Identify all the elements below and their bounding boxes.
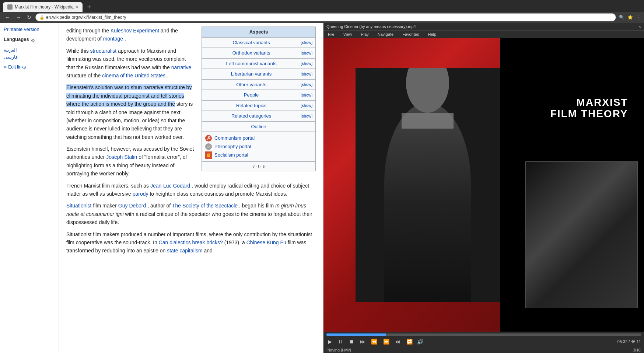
para1-end: . <box>125 36 126 42</box>
menu-view[interactable]: View <box>342 31 354 37</box>
video-player-header: Queering Cinema (by any means necessary)… <box>323 23 644 31</box>
communism-portal-item: ☭ Communism portal <box>205 134 312 142</box>
address-bar[interactable]: 🔒 en.wikipedia.org/wiki/Marxist_film_the… <box>35 13 616 21</box>
back-button[interactable]: ← <box>3 14 12 21</box>
libertarian-variants-link[interactable]: Libertarian variants <box>205 70 298 78</box>
play-button[interactable]: ▶ <box>326 338 333 345</box>
video-close-btn[interactable]: × <box>639 24 641 29</box>
video-status-bar: Playing [H/W] 3HC <box>323 347 644 353</box>
nav-row-related-topics: Related topics [show] <box>202 100 315 111</box>
new-tab-button[interactable]: + <box>84 3 94 11</box>
godard-link[interactable]: Jean-Luc Godard <box>150 183 190 189</box>
socialism-portal-link[interactable]: Socialism portal <box>214 151 248 159</box>
cinema-link[interactable]: cinema of the United States <box>102 73 165 78</box>
situationist-link[interactable]: Situationist <box>66 203 91 209</box>
video-player-panel: Queering Cinema (by any means necessary)… <box>323 23 644 353</box>
debord-link[interactable]: Guy Debord <box>118 203 146 209</box>
structuralist-link[interactable]: structuralist <box>90 48 117 54</box>
highlighted-text: Eisenstein's solution was to shun narrat… <box>66 84 192 107</box>
menu-icon[interactable]: ⋮ <box>635 14 641 21</box>
tab-bar: Marxist film theory - Wikipedia × + <box>0 0 644 12</box>
classical-show-btn[interactable]: [show] <box>301 39 312 46</box>
menu-file[interactable]: File <box>326 31 336 37</box>
fast-forward-button[interactable]: ⏩ <box>382 338 391 345</box>
nav-row-orthodox: Orthodox variants [show] <box>202 48 315 58</box>
kuleshov-link[interactable]: Kuleshov Experiment <box>111 28 159 34</box>
related-topics-link[interactable]: Related topics <box>205 102 298 109</box>
parody-link[interactable]: parody <box>133 191 148 197</box>
menu-help[interactable]: Help <box>426 31 438 37</box>
outline-row: Outline <box>202 121 315 132</box>
portals-section: ☭ Communism portal ⚖ Philosophy portal <box>202 132 315 161</box>
orthodox-show-btn[interactable]: [show] <box>301 50 312 56</box>
orthodox-variants-link[interactable]: Orthodox variants <box>205 49 298 57</box>
gear-icon[interactable]: ⚙ <box>31 38 35 43</box>
svg-text:⚖: ⚖ <box>207 145 210 149</box>
menu-favorites[interactable]: Favorites <box>401 31 420 37</box>
volume-icon[interactable]: 🔊 <box>417 339 423 345</box>
related-categories-link[interactable]: Related categories <box>205 112 298 120</box>
nav-row-other-variants: Other variants [show] <box>202 79 315 90</box>
classical-variants-link[interactable]: Classical variants <box>205 39 298 46</box>
playing-status: Playing [H/W] <box>326 348 351 352</box>
philosophy-portal-item: ⚖ Philosophy portal <box>205 143 312 150</box>
left-communist-show-btn[interactable]: [show] <box>301 60 312 67</box>
other-variants-link[interactable]: Other variants <box>205 81 298 88</box>
other-variants-show-btn[interactable]: [show] <box>301 81 312 88</box>
edit-links-link[interactable]: ✏ Edit links <box>4 64 26 70</box>
people-link[interactable]: People <box>205 91 298 99</box>
wikipedia-panel: Printable version Languages ⚙ العربية فا… <box>0 23 323 353</box>
spectacle-link[interactable]: The Society of the Spectacle <box>172 203 238 209</box>
libertarian-show-btn[interactable]: [show] <box>301 71 312 77</box>
stop-button[interactable]: ⏹ <box>347 338 356 345</box>
article-para-7: Situationist film makers produced a numb… <box>66 230 316 255</box>
related-categories-show-btn[interactable]: [show] <box>301 113 312 119</box>
main-layout: Printable version Languages ⚙ العربية فا… <box>0 23 644 353</box>
montage-link[interactable]: montage <box>103 36 123 42</box>
nav-table-title: Aspects <box>202 27 315 37</box>
close-tab-button[interactable]: × <box>76 5 78 9</box>
progress-fill <box>326 333 386 336</box>
video-minimize-btn[interactable]: — <box>630 24 634 29</box>
refresh-button[interactable]: ↻ <box>25 14 33 21</box>
nav-row-related-categories: Related categories [show] <box>202 111 315 121</box>
languages-label: Languages <box>4 36 29 42</box>
outline-link[interactable]: Outline <box>251 124 266 129</box>
dialectics-link[interactable]: Can dialectics break bricks? <box>159 240 223 245</box>
active-tab[interactable]: Marxist film theory - Wikipedia × <box>3 2 83 12</box>
next-frame-button[interactable]: ⏭ <box>394 338 402 345</box>
philosophy-portal-link[interactable]: Philosophy portal <box>214 143 251 150</box>
video-screen: MARXIST FILM THEORY <box>323 38 644 332</box>
menu-navigate[interactable]: Navigate <box>376 31 395 37</box>
bookmark-icon[interactable]: ⭐ <box>627 14 634 21</box>
related-topics-show-btn[interactable]: [show] <box>301 102 312 109</box>
philosophy-icon: ⚖ <box>205 143 212 150</box>
search-icon[interactable]: 🔍 <box>618 14 625 21</box>
kungfu-link[interactable]: Chinese Kung Fu <box>246 240 286 245</box>
stalin-link[interactable]: Joseph Stalin <box>106 154 137 160</box>
loop-button[interactable]: 🔁 <box>405 338 414 345</box>
menu-play[interactable]: Play <box>359 31 370 37</box>
browser-chrome: Marxist film theory - Wikipedia × + ← → … <box>0 0 644 23</box>
left-communist-variants-link[interactable]: Left communist variants <box>205 60 298 67</box>
arabic-lang-link[interactable]: العربية <box>4 47 55 53</box>
video-window-title: Queering Cinema (by any means necessary)… <box>326 24 627 29</box>
communism-portal-link[interactable]: Communism portal <box>214 134 255 142</box>
prev-frame-button[interactable]: ⏮ <box>358 338 367 345</box>
film-thumbnail <box>525 161 638 308</box>
vte-row: v · t · e <box>202 161 315 171</box>
video-menu-bar: File View Play Navigate Favorites Help <box>323 31 644 38</box>
bitrate-display: 3HC <box>633 348 641 352</box>
progress-bar[interactable] <box>326 333 641 336</box>
rewind-button[interactable]: ⏪ <box>370 338 379 345</box>
printable-version-link[interactable]: Printable version <box>4 27 55 32</box>
para2-end: . <box>167 73 168 78</box>
forward-button[interactable]: → <box>14 14 23 21</box>
state-capitalism-link[interactable]: state capitalism <box>167 248 202 254</box>
para1-before: editing through the <box>66 28 111 34</box>
narrative-link[interactable]: narrative <box>171 64 191 70</box>
people-show-btn[interactable]: [show] <box>301 92 312 98</box>
para2-while: While this <box>66 48 90 54</box>
pause-button[interactable]: ⏸ <box>336 338 344 345</box>
farsi-lang-link[interactable]: فارسی <box>4 54 55 60</box>
